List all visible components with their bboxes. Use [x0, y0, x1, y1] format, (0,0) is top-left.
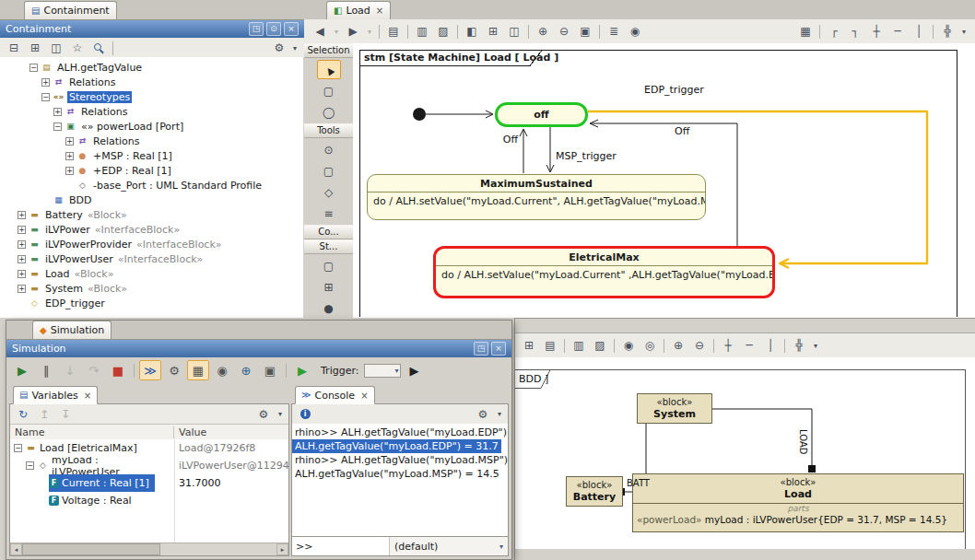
export-variables-icon[interactable]: ↥	[34, 405, 54, 424]
fire-trigger-icon[interactable]: ▶	[403, 360, 425, 380]
variable-row-load-eletricalmax[interactable]: −▬Load [EletricalMax]Load@17926f8	[10, 439, 288, 457]
marquee-select-icon[interactable]: ▢	[317, 81, 341, 100]
variable-value[interactable]: Load@17926f8	[174, 442, 255, 454]
print-preview-icon[interactable]: ▥	[412, 22, 432, 41]
tree-expander[interactable]: −	[53, 122, 62, 131]
state-off[interactable]: off	[495, 102, 588, 127]
import-variables-icon[interactable]: ↧	[55, 405, 76, 424]
bdd-diagram-canvas[interactable]: BDD ] «block» System «block» Battery «bl…	[515, 357, 975, 549]
block-load[interactable]: «block» Load parts «powerLoad» myLoad : …	[632, 473, 964, 532]
connector-system-load[interactable]	[712, 409, 812, 472]
tree-item-relations[interactable]: +⇄Relations	[0, 104, 303, 119]
close-panel-icon[interactable]: ×	[284, 22, 299, 36]
step-into-icon[interactable]: ↓	[59, 360, 81, 380]
variables-hscrollbar[interactable]: ◂ ▸	[10, 542, 288, 555]
console-line[interactable]: rhino>> ALH.getTagValue("myLoad.EDP")	[292, 426, 508, 439]
connector-label-load[interactable]: LOAD	[798, 429, 808, 454]
tree-item-powerload-port[interactable]: −▣«» powerLoad [Port]	[0, 119, 303, 134]
tree-expander[interactable]: +	[18, 226, 26, 234]
state-tool-icon[interactable]: ▢	[317, 256, 341, 275]
palette-section-co[interactable]: Co...	[304, 225, 353, 239]
show-paths-icon[interactable]: ◉	[625, 22, 645, 41]
tree-item-ilvpower[interactable]: +▬iLVPower«InterfaceBlock»	[0, 222, 303, 237]
tree-item-edp-trigger[interactable]: ◇EDP_trigger	[0, 296, 303, 310]
console-input[interactable]: >>	[292, 537, 390, 555]
show-dependencies-icon[interactable]: ≣	[604, 22, 624, 41]
pane-options-caret-icon[interactable]: ▾	[275, 405, 286, 424]
magnet-tool-icon[interactable]: ⊙	[317, 140, 341, 159]
run-icon[interactable]: ▶	[11, 360, 33, 380]
same-height-icon[interactable]: │	[909, 22, 929, 41]
grid-icon[interactable]: ⊞	[483, 22, 503, 41]
tree-expander[interactable]: −	[26, 461, 34, 470]
tab-containment[interactable]: ▤ Containment	[24, 1, 117, 19]
step-over-icon[interactable]: ↷	[83, 360, 105, 380]
tab-variables[interactable]: ▤ Variables ×	[13, 386, 98, 404]
zoom-in-icon[interactable]: ⊕	[533, 22, 553, 41]
bdd-same-height-icon[interactable]: │	[760, 336, 781, 355]
tree-item-load[interactable]: +▬Load«Block»	[0, 266, 303, 281]
close-console-tab-icon[interactable]: ×	[360, 391, 368, 401]
panel-options-icon[interactable]: ⚙	[269, 39, 289, 57]
transition-maximumsustained-to-off[interactable]	[520, 129, 527, 173]
select-cursor-icon[interactable]: ▲	[317, 60, 341, 79]
close-window-icon[interactable]: ×	[491, 342, 506, 356]
close-variables-tab-icon[interactable]: ×	[84, 391, 91, 401]
web-server-icon[interactable]: ⊕	[235, 360, 257, 380]
bdd-same-width-icon[interactable]: ─	[739, 336, 759, 355]
console-line[interactable]: ALH.getTagValue("myLoad.EDP") = 31.7	[292, 439, 501, 453]
bdd-print-preview-icon[interactable]: ▥	[569, 336, 589, 355]
link-with-active-diagram-icon[interactable]: ◫	[46, 39, 66, 57]
pin-panel-icon[interactable]: ⊙	[266, 22, 281, 36]
info-icon[interactable]: i	[295, 405, 315, 424]
bdd-show-paths-icon[interactable]: ◉	[618, 336, 639, 355]
fit-in-window-icon[interactable]: ▣	[575, 22, 595, 41]
state-machine-diagram-canvas[interactable]: stm [State Machine] Load [ Load ] off Ma…	[353, 43, 975, 318]
tree-expander[interactable]: +	[18, 270, 26, 278]
tree-expander[interactable]: +	[18, 211, 26, 219]
scrollbar-thumb[interactable]	[22, 543, 160, 555]
related-elements-icon[interactable]: ▤	[383, 22, 404, 41]
tree-expander[interactable]: +	[18, 255, 26, 263]
tree-item-msp-real-1[interactable]: +●+MSP : Real [1]	[0, 148, 303, 163]
palette-section-selection[interactable]: Selection	[304, 43, 353, 58]
block-system[interactable]: «block» System	[637, 393, 712, 424]
console-language-select[interactable]: (default) ▾	[390, 537, 508, 555]
bdd-show-ports-icon[interactable]: ◎	[640, 336, 660, 355]
bdd-distribute-icon[interactable]: ┼	[718, 336, 738, 355]
tree-expander[interactable]: +	[65, 137, 74, 146]
simulation-options-icon[interactable]: ⚙	[163, 360, 185, 380]
variables-pane-icon[interactable]: ▦	[187, 360, 209, 380]
animation-speed-icon[interactable]: ≫	[139, 360, 161, 380]
swimlanes-icon[interactable]: ▦	[795, 22, 816, 41]
pause-icon[interactable]: ∥	[35, 360, 57, 380]
composite-state-tool-icon[interactable]: ⊞	[317, 277, 341, 297]
transition-label-off-upper[interactable]: Off	[675, 125, 689, 137]
tab-load-diagram[interactable]: ◧ Load ×	[326, 1, 391, 19]
tree-item-ilvpoweruser[interactable]: +▬iLVPowerUser«InterfaceBlock»	[0, 251, 303, 266]
bdd-related-elements-icon[interactable]: ▤	[540, 336, 560, 355]
float-panel-icon[interactable]: ◳	[249, 22, 264, 36]
connector-label-batt[interactable]: BATT	[627, 478, 650, 488]
containment-mode-icon[interactable]: ◧	[462, 22, 482, 41]
tree-expander[interactable]: +	[53, 108, 62, 116]
image-snapshot-icon[interactable]: ▣	[259, 360, 281, 380]
console-line[interactable]: rhino>> ALH.getTagValue("myLoad.MSP")	[292, 453, 508, 467]
column-name[interactable]: Name	[10, 426, 174, 438]
note-tool-icon[interactable]: ▢	[317, 161, 341, 181]
align-top-icon[interactable]: ┐	[845, 22, 865, 41]
tree-expander[interactable]: +	[18, 285, 26, 293]
tree-item-edp-real-1[interactable]: +●+EDP : Real [1]	[0, 163, 303, 178]
variable-value[interactable]: iLVPowerUser@11294aa	[174, 460, 288, 472]
tree-item-base-port-uml-standard-profile[interactable]: ◇-base_Port : UML Standard Profile	[0, 178, 303, 192]
transition-label-msp-trigger[interactable]: MSP_trigger	[556, 150, 617, 162]
tree-expander[interactable]: −	[29, 64, 38, 72]
tree-expander[interactable]: +	[41, 78, 50, 87]
transition-off-to-maximumsustained[interactable]	[546, 127, 554, 172]
tab-simulation[interactable]: ◆ Simulation	[32, 321, 112, 339]
bdd-layout-caret-icon[interactable]: ▾	[810, 336, 821, 355]
variable-row-voltage-real[interactable]: FVoltage : Real	[10, 492, 288, 509]
part-myload[interactable]: «powerLoad» myLoad : iLVPowerUser{EDP = …	[633, 514, 963, 525]
same-width-icon[interactable]: ─	[887, 22, 908, 41]
scroll-left-icon[interactable]: ◂	[10, 543, 22, 555]
